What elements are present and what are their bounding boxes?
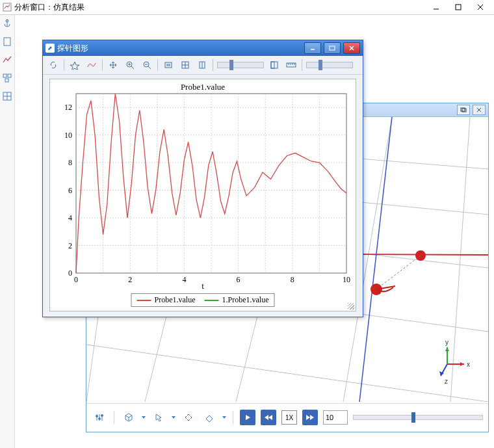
separator [157, 59, 158, 71]
anchor-icon[interactable] [1, 18, 13, 29]
legend-label: Probe1.value [155, 295, 196, 305]
plot-window-icon: ⬈ [46, 44, 55, 53]
cubes-icon[interactable] [1, 72, 13, 84]
playback-speed[interactable]: 1X [281, 410, 297, 425]
playback-slider[interactable] [353, 415, 483, 420]
zoom-out-icon[interactable] [140, 59, 153, 72]
main-titlebar: 分析窗口：仿真结果 [0, 0, 494, 15]
svg-text:4: 4 [182, 275, 186, 284]
svg-point-46 [101, 415, 103, 417]
svg-text:8: 8 [68, 158, 72, 167]
grid-toggle-icon[interactable] [179, 59, 192, 72]
mini-slider-2[interactable] [306, 62, 353, 68]
svg-rect-6 [3, 74, 6, 77]
zoom-in-icon[interactable] [124, 59, 136, 72]
select-arrow-icon[interactable] [151, 410, 166, 425]
chevron-down-icon[interactable] [142, 416, 146, 419]
chevron-down-icon[interactable] [172, 416, 176, 419]
svg-text:12: 12 [64, 103, 72, 112]
plot-svg: 0246810024681012 [50, 79, 356, 310]
svg-rect-0 [3, 3, 11, 11]
probe-titlebar[interactable]: ⬈ 探针图形 [43, 40, 363, 56]
x-axis-label: t [202, 281, 204, 291]
legend-swatch [137, 300, 151, 301]
separator [102, 59, 103, 71]
legend-item: Probe1.value [137, 295, 196, 305]
svg-rect-8 [5, 79, 8, 82]
plot-line-icon[interactable] [1, 54, 13, 66]
plot-legend: Probe1.value 1.Probe1.value [131, 293, 275, 307]
legend-toggle-icon[interactable] [162, 59, 175, 72]
svg-text:10: 10 [64, 131, 72, 140]
layout-icon[interactable] [268, 59, 281, 72]
svg-rect-74 [271, 62, 274, 68]
frame-number-field[interactable]: 10 [323, 410, 348, 425]
probe-point-icon[interactable] [68, 59, 81, 72]
settings-sliders-icon[interactable] [92, 410, 107, 425]
view-cube-icon[interactable] [121, 410, 136, 425]
svg-text:6: 6 [68, 186, 72, 195]
svg-text:4: 4 [68, 213, 72, 222]
probe-title: 探针图形 [57, 43, 302, 54]
close-button[interactable] [469, 0, 491, 14]
svg-marker-51 [310, 415, 314, 420]
chevron-down-icon[interactable] [222, 416, 226, 419]
fit-view-icon[interactable] [181, 410, 196, 425]
axis-toggle-icon[interactable] [196, 59, 209, 72]
probe-close-button[interactable] [343, 42, 360, 54]
separator [213, 59, 213, 71]
svg-line-59 [131, 66, 134, 69]
svg-text:2: 2 [68, 241, 72, 250]
viewport-playback-bar: 1X 10 [86, 403, 488, 431]
probe-curve-icon[interactable] [85, 59, 98, 72]
pan-icon[interactable] [107, 59, 120, 72]
ruler-icon[interactable] [285, 59, 298, 72]
svg-rect-5 [4, 38, 10, 46]
viewport-restore-button[interactable] [457, 105, 470, 115]
svg-marker-48 [265, 415, 268, 420]
separator [302, 59, 302, 71]
svg-point-45 [99, 418, 101, 420]
resize-grip[interactable] [348, 303, 354, 310]
maximize-button[interactable] [447, 0, 469, 14]
minimize-button[interactable] [425, 0, 447, 14]
step-back-button[interactable] [261, 410, 276, 425]
svg-text:10: 10 [343, 275, 350, 284]
doc-icon[interactable] [1, 36, 13, 47]
svg-rect-7 [8, 74, 11, 77]
svg-point-44 [96, 415, 98, 417]
separator [114, 411, 114, 424]
playback-slider-thumb[interactable] [411, 412, 415, 423]
legend-swatch [205, 300, 219, 301]
svg-rect-53 [330, 46, 335, 50]
svg-marker-47 [246, 415, 250, 420]
svg-line-63 [148, 66, 151, 69]
svg-rect-2 [456, 5, 461, 10]
probe-maximize-button[interactable] [324, 42, 341, 54]
mini-slider-1[interactable] [217, 62, 264, 68]
svg-text:y: y [445, 339, 448, 346]
separator [64, 59, 64, 71]
svg-text:0: 0 [74, 275, 78, 284]
svg-line-25 [450, 117, 470, 402]
svg-rect-65 [165, 62, 172, 68]
viewplane-icon[interactable] [202, 410, 217, 425]
play-button[interactable] [240, 410, 255, 425]
svg-line-20 [86, 345, 488, 402]
svg-text:z: z [445, 378, 448, 385]
link-icon[interactable] [47, 59, 60, 72]
legend-item: 1.Probe1.value [205, 295, 269, 305]
separator [233, 411, 233, 424]
viewport-close-button[interactable] [473, 105, 486, 115]
svg-line-29 [376, 256, 421, 289]
app-icon [3, 3, 12, 12]
svg-marker-35 [445, 347, 449, 351]
step-fwd-button[interactable] [302, 410, 318, 425]
legend-label: 1.Probe1.value [222, 295, 269, 305]
probe-toolbar [43, 56, 363, 75]
svg-marker-49 [268, 415, 272, 420]
svg-text:8: 8 [291, 275, 294, 284]
plot-canvas[interactable]: Probe1.value 0246810024681012 t Probe1.v… [49, 79, 356, 311]
probe-minimize-button[interactable] [304, 42, 321, 54]
grid-icon[interactable] [1, 90, 13, 102]
